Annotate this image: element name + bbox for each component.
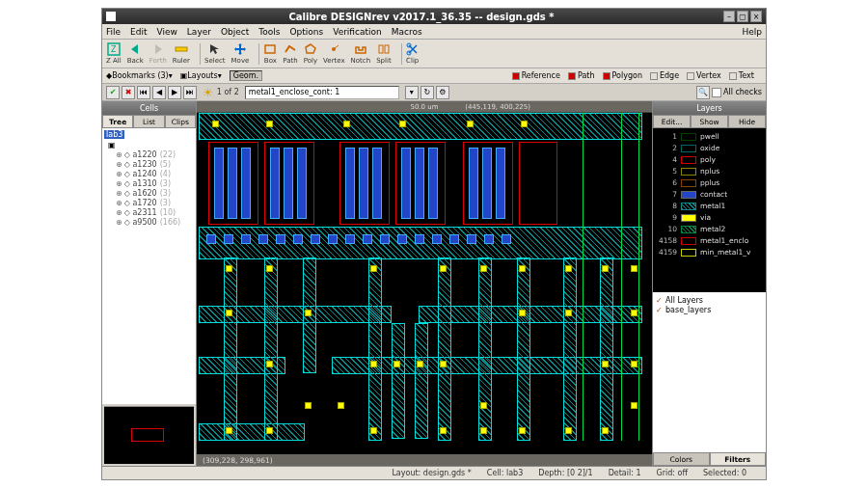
layers-edit-button[interactable]: Edit... <box>653 115 691 128</box>
filter-edge[interactable]: Edge <box>650 71 679 80</box>
window-title: Calibre DESIGNrev v2017.1_36.35 -- desig… <box>122 12 721 22</box>
canvas-area: 50.0 um (445,119, 400,225) <box>197 101 652 466</box>
main-toolbar: ZZ All Back Forth Ruler Select Move Box … <box>102 40 766 68</box>
ruler-button[interactable]: Ruler <box>173 42 190 65</box>
clip-button[interactable]: Clip <box>406 42 420 65</box>
tab-list[interactable]: List <box>133 115 164 127</box>
menu-help[interactable]: Help <box>742 27 762 37</box>
app-icon <box>106 12 116 21</box>
layout-canvas[interactable] <box>197 113 652 454</box>
select-button[interactable]: Select <box>204 42 226 65</box>
close-button[interactable]: × <box>750 11 762 22</box>
cell-tree-item[interactable]: ⊕◇ a2311(10) <box>104 208 194 217</box>
svg-rect-5 <box>379 45 383 53</box>
layer-row[interactable]: 6pplus <box>656 177 763 188</box>
canvas-footer-coords: (309,228, 298,961) <box>197 454 652 466</box>
vertex-button[interactable]: Vertex <box>323 42 345 65</box>
back-button[interactable]: Back <box>127 42 144 65</box>
layers-bottom-tabs: Colors Filters <box>653 452 766 466</box>
cell-tree-item[interactable]: ⊕◇ a1230(5) <box>104 160 194 169</box>
err-approve-icon[interactable]: ✔ <box>106 86 120 99</box>
cell-tree-item[interactable]: ⊕◇ a1240(4) <box>104 170 194 178</box>
split-button[interactable]: Split <box>376 42 392 65</box>
err-prev-button[interactable]: ◀ <box>152 86 166 99</box>
notch-button[interactable]: Notch <box>351 42 371 65</box>
layers-panel: Layers Edit... Show Hide 1pwell2oxide4po… <box>652 101 766 466</box>
bookmarks-dropdown[interactable]: ◆ Bookmarks (3) ▾ <box>106 71 173 80</box>
statusbar: Layout: design.gds * Cell: lab3 Depth: [… <box>102 466 766 479</box>
layer-row[interactable]: 4poly <box>656 154 763 165</box>
forth-button[interactable]: Forth <box>149 42 167 65</box>
error-navigation-bar: ✔ ✖ ⏮ ◀ ▶ ⏭ ☀ 1 of 2 metal1_enclose_cont… <box>102 84 766 101</box>
poly-button[interactable]: Poly <box>304 42 317 65</box>
tab-colors[interactable]: Colors <box>653 452 710 466</box>
zoom-all-button[interactable]: ZZ All <box>106 42 122 65</box>
layer-row[interactable]: 8metal1 <box>656 201 763 211</box>
layer-row[interactable]: 2oxide <box>656 143 763 153</box>
layers-show-button[interactable]: Show <box>691 115 728 128</box>
layouts-dropdown[interactable]: ▣ Layouts ▾ <box>180 71 222 80</box>
tab-tree[interactable]: Tree <box>102 115 133 127</box>
cell-tree-item[interactable]: ⊕◇ a1720(3) <box>104 199 194 207</box>
filter-reference[interactable]: Reference <box>512 71 560 80</box>
cell-tree-item[interactable]: ⊕◇ a1220(22) <box>104 150 194 159</box>
layer-row[interactable]: 4158metal1_enclo <box>656 235 763 246</box>
tab-filters[interactable]: Filters <box>710 452 767 466</box>
err-next-button[interactable]: ▶ <box>168 86 181 99</box>
menu-options[interactable]: Options <box>289 27 323 37</box>
layer-row[interactable]: 10metal2 <box>656 224 763 234</box>
filter-path[interactable]: Path <box>568 71 595 80</box>
err-first-button[interactable]: ⏮ <box>137 86 150 99</box>
err-last-button[interactable]: ⏭ <box>183 86 197 99</box>
layer-row[interactable]: 9via <box>656 212 763 223</box>
layer-row[interactable]: 4159min_metal1_v <box>656 247 763 258</box>
svg-text:Z: Z <box>111 45 117 54</box>
err-reject-icon[interactable]: ✖ <box>122 86 135 99</box>
status-cell: Cell: lab3 <box>487 469 523 477</box>
cell-tree[interactable]: lab3 ▣ ⊕◇ a1220(22)⊕◇ a1230(5)⊕◇ a1240(4… <box>102 128 196 404</box>
cell-tree-item[interactable]: ⊕◇ a1310(3) <box>104 179 194 188</box>
err-dropdown-icon[interactable]: ▾ <box>405 86 419 99</box>
geom-toggle[interactable]: Geom. <box>230 70 262 81</box>
highlight-icon[interactable]: ☀ <box>203 86 213 99</box>
secondary-toolbar: ◆ Bookmarks (3) ▾ ▣ Layouts ▾ Geom. Refe… <box>102 68 766 84</box>
menu-edit[interactable]: Edit <box>130 27 147 37</box>
maximize-button[interactable]: ▢ <box>737 11 748 22</box>
layer-list[interactable]: 1pwell2oxide4poly5nplus6pplus7contact8me… <box>653 128 766 292</box>
cursor-coords: (445,119, 400,225) <box>465 103 530 111</box>
cell-tree-item[interactable]: ⊕◇ a9500(166) <box>104 218 194 227</box>
filter-text[interactable]: Text <box>729 71 754 80</box>
menu-tools[interactable]: Tools <box>258 27 280 37</box>
filter-vertex[interactable]: Vertex <box>687 71 721 80</box>
cell-root[interactable]: lab3 <box>104 130 124 139</box>
filter-polygon[interactable]: Polygon <box>603 71 642 80</box>
error-rule-select[interactable]: metal1_enclose_cont: 1 <box>245 86 399 99</box>
body-row: Cells Tree List Clips lab3 ▣ ⊕◇ a1220(22… <box>102 101 766 466</box>
minimize-button[interactable]: – <box>723 11 735 22</box>
path-button[interactable]: Path <box>283 42 297 65</box>
status-selected: Selected: 0 <box>703 469 746 477</box>
tab-clips[interactable]: Clips <box>165 115 196 127</box>
menu-layer[interactable]: Layer <box>187 27 211 37</box>
filter-all-layers[interactable]: ✓All Layers <box>656 296 763 305</box>
move-button[interactable]: Move <box>231 42 250 65</box>
err-refresh-icon[interactable]: ↻ <box>420 86 434 99</box>
err-settings-icon[interactable]: ⚙ <box>436 86 449 99</box>
menu-macros[interactable]: Macros <box>392 27 422 37</box>
menu-file[interactable]: File <box>106 27 121 37</box>
error-count: 1 of 2 <box>217 88 239 96</box>
err-search-icon[interactable]: 🔍 <box>696 86 710 99</box>
menu-verification[interactable]: Verification <box>333 27 382 37</box>
allchecks-checkbox[interactable] <box>712 88 721 97</box>
layer-filters: ✓All Layers ✓base_layers <box>653 292 766 452</box>
menu-view[interactable]: View <box>157 27 177 37</box>
menu-object[interactable]: Object <box>221 27 249 37</box>
layer-row[interactable]: 5nplus <box>656 166 763 176</box>
filter-base-layers[interactable]: ✓base_layers <box>656 306 763 314</box>
layers-hide-button[interactable]: Hide <box>728 115 766 128</box>
app-window: Calibre DESIGNrev v2017.1_36.35 -- desig… <box>101 8 767 480</box>
layer-row[interactable]: 1pwell <box>656 131 763 142</box>
cell-tree-item[interactable]: ⊕◇ a1620(3) <box>104 189 194 198</box>
box-button[interactable]: Box <box>263 42 277 65</box>
layer-row[interactable]: 7contact <box>656 189 763 200</box>
